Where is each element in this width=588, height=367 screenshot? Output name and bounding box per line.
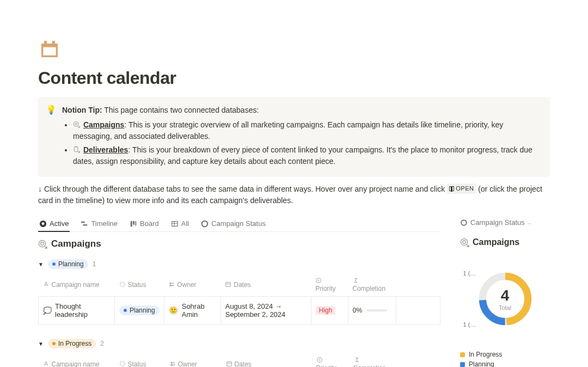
board-icon	[130, 220, 137, 228]
svg-rect-2	[44, 41, 47, 45]
svg-point-26	[120, 362, 125, 366]
avatar: 🙂	[169, 305, 179, 315]
tab-timeline[interactable]: Timeline	[79, 216, 119, 232]
chart-legend: In Progress Planning	[460, 351, 550, 367]
table-icon	[171, 220, 179, 228]
tip-text: This page contains two connected databas…	[104, 106, 259, 114]
legend-swatch-planning	[460, 362, 465, 367]
deliverables-link[interactable]: Deliverables	[83, 145, 128, 154]
clipboard-icon	[73, 146, 80, 153]
disclosure-triangle-icon[interactable]: ▼	[38, 261, 44, 267]
donut-chart: 1 (… 1 (… 4 Total	[475, 269, 535, 329]
page-title: Content calendar	[38, 68, 550, 88]
svg-rect-10	[83, 224, 88, 225]
tip-label: Notion Tip:	[62, 106, 102, 114]
campaigns-link[interactable]: Campaigns	[83, 120, 124, 129]
disclosure-triangle-icon[interactable]: ▼	[38, 341, 44, 347]
col-dates: Dates	[234, 281, 250, 289]
svg-point-32	[461, 220, 467, 225]
deliverables-desc: : This is your breakdown of every piece …	[73, 145, 532, 166]
svg-point-5	[75, 123, 77, 125]
date-range: August 8, 2024 → September 2, 2024	[220, 297, 311, 325]
tab-all[interactable]: All	[170, 216, 190, 232]
svg-rect-9	[81, 221, 85, 223]
owner-name: Sohrab Amin	[182, 302, 216, 319]
svg-rect-11	[131, 221, 132, 227]
status-pill: Planning	[119, 305, 160, 315]
text-icon	[43, 360, 50, 367]
svg-point-18	[39, 240, 45, 247]
open-tag: OPEN	[447, 184, 476, 194]
svg-rect-7	[75, 146, 77, 148]
donut-slice-label-top: 1 (…	[463, 270, 476, 277]
table-row[interactable]: 💭Thought leadershipPlanning🙂Sohrab AminA…	[39, 297, 440, 325]
svg-point-19	[41, 242, 44, 245]
svg-point-34	[463, 240, 466, 243]
donut-icon	[201, 220, 209, 228]
formula-icon	[352, 277, 359, 284]
target-icon	[73, 121, 80, 128]
group-count: 2	[100, 340, 104, 347]
col-owner: Owner	[177, 281, 196, 289]
donut-total-label: Total	[499, 304, 511, 311]
svg-rect-13	[136, 221, 137, 225]
lightbulb-icon: 💡	[46, 105, 57, 169]
donut-total: 4	[501, 287, 510, 304]
side-database-title[interactable]: Campaigns	[460, 237, 550, 247]
tab-active[interactable]: Active	[38, 216, 70, 232]
donut-icon	[460, 219, 468, 227]
svg-rect-3	[52, 41, 55, 45]
svg-rect-23	[226, 283, 231, 287]
select-icon	[316, 357, 323, 363]
select-icon	[315, 277, 322, 284]
person-icon	[169, 360, 176, 367]
campaign-name[interactable]: Thought leadership	[55, 302, 110, 319]
target-icon	[460, 238, 469, 247]
donut-slice-label-bottom: 1 (…	[463, 321, 476, 328]
col-priority: Priority	[315, 285, 335, 292]
svg-point-28	[173, 362, 174, 364]
chevron-down-icon: ⌄	[528, 220, 532, 225]
target-icon	[38, 240, 47, 249]
table-planning: Campaign name Status Owner Dates Priorit…	[38, 273, 440, 325]
svg-point-4	[74, 121, 78, 126]
group-count: 1	[93, 260, 96, 268]
timeline-icon	[81, 220, 88, 228]
svg-rect-29	[226, 362, 231, 366]
group-header-planning[interactable]: ▼ Planning 1	[38, 257, 440, 271]
svg-point-17	[202, 221, 208, 227]
star-circle-icon	[39, 220, 47, 228]
status-pill-planning: Planning	[48, 259, 88, 269]
completion-cell: 0%	[353, 307, 391, 314]
tip-callout: 💡 Notion Tip: This page contains two con…	[38, 97, 550, 177]
person-icon	[168, 281, 175, 288]
col-completion: Completion	[352, 285, 385, 292]
svg-point-27	[170, 362, 172, 364]
svg-rect-1	[43, 47, 56, 56]
group-header-inprogress[interactable]: ▼ In Progress 2	[38, 337, 440, 351]
svg-rect-6	[74, 147, 78, 152]
col-name: Campaign name	[52, 281, 100, 289]
status-pill-inprogress: In Progress	[48, 339, 96, 348]
svg-rect-14	[172, 221, 178, 226]
tab-board[interactable]: Board	[128, 216, 160, 232]
legend-swatch-inprogress	[460, 352, 465, 357]
formula-icon	[353, 357, 360, 363]
side-view-selector[interactable]: Campaign Status ⌄	[460, 218, 550, 227]
svg-point-33	[461, 238, 467, 245]
svg-rect-12	[133, 221, 134, 224]
calendar-icon	[225, 281, 231, 288]
svg-point-21	[170, 283, 171, 284]
database-title[interactable]: Campaigns	[38, 238, 440, 249]
tab-campaign-status[interactable]: Campaign Status	[200, 216, 267, 232]
text-icon	[43, 281, 50, 288]
table-inprogress: Campaign name Status Owner Dates Priorit…	[38, 353, 440, 367]
status-icon	[119, 281, 126, 288]
col-status: Status	[128, 281, 146, 289]
intro-text: ↓ Click through the different database t…	[38, 184, 550, 206]
svg-point-22	[172, 283, 174, 284]
campaigns-desc: : This is your strategic overview of all…	[73, 120, 503, 140]
row-icon: 💭	[43, 307, 52, 315]
priority-tag: High	[316, 306, 336, 315]
page-icon-calendar	[38, 38, 61, 60]
